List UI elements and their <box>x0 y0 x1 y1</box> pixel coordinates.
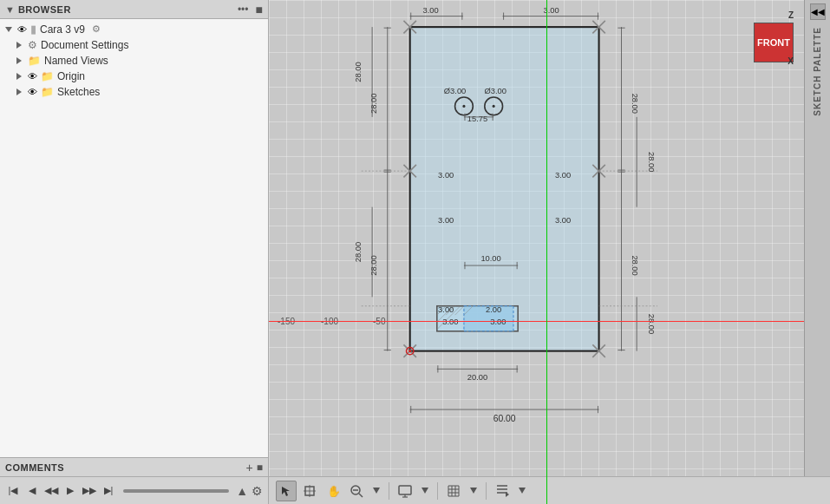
anim-bar: |◀ ◀ ◀◀ ▶ ▶▶ ▶| ▲ ⚙ <box>0 476 268 504</box>
sketches-label: Sketches <box>57 86 100 98</box>
svg-marker-114 <box>519 488 526 494</box>
expand-arrow-sketches[interactable] <box>14 87 24 97</box>
browser-collapse-icon[interactable]: ▼ <box>5 4 15 15</box>
tree-item-root[interactable]: 👁 ▮ Cara 3 v9 ⚙ <box>0 21 268 37</box>
anim-track-icon[interactable]: ▲ <box>236 484 248 498</box>
anim-play[interactable]: ▶ <box>62 483 78 499</box>
toolbar-sep-2 <box>437 482 438 500</box>
tool-display-dropdown[interactable] <box>418 481 432 501</box>
origin-line-horizontal <box>269 321 804 322</box>
tool-more-dropdown[interactable] <box>515 481 529 501</box>
x-axis-label: X <box>788 56 794 66</box>
expand-arrow-origin[interactable] <box>14 71 24 82</box>
settings-icon-root[interactable]: ⚙ <box>92 23 101 35</box>
settings-icon-anim[interactable]: ⚙ <box>252 484 263 498</box>
svg-rect-97 <box>399 486 411 494</box>
tree-item-named-views[interactable]: 📁 Named Views <box>0 53 268 69</box>
anim-next[interactable]: ▶▶ <box>82 483 97 499</box>
toolbar-sep-1 <box>389 482 389 500</box>
browser-menu-icon[interactable]: ••• <box>238 3 249 16</box>
browser-close-icon[interactable]: ■ <box>256 3 263 16</box>
svg-marker-96 <box>373 488 380 494</box>
expand-arrow-named[interactable] <box>14 56 24 66</box>
doc-settings-label: Document Settings <box>41 39 128 51</box>
svg-line-95 <box>359 494 363 497</box>
svg-marker-109 <box>470 488 477 494</box>
comments-label: COMMENTS <box>5 462 64 473</box>
comments-panel: COMMENTS + ■ <box>0 457 268 476</box>
anim-play-back[interactable]: ◀◀ <box>43 483 59 499</box>
folder-icon-sketches: 📁 <box>41 86 54 98</box>
tool-grid[interactable] <box>443 481 464 501</box>
folder-icon-root: ▮ <box>30 23 36 36</box>
browser-header-icons: ••• ■ <box>238 3 263 16</box>
svg-marker-100 <box>422 488 428 494</box>
tree-item-doc-settings[interactable]: ⚙ Document Settings <box>0 37 268 53</box>
browser-tree: 👁 ▮ Cara 3 v9 ⚙ ⚙ Document Settings 📁 Na… <box>0 19 268 457</box>
front-face-label: FRONT <box>757 37 790 48</box>
expand-arrow-doc[interactable] <box>14 40 24 50</box>
eye-icon-sketches[interactable]: 👁 <box>28 87 37 97</box>
eye-icon-origin[interactable]: 👁 <box>28 71 37 82</box>
comments-add-icon[interactable]: + <box>246 461 253 475</box>
browser-header: ▼ BROWSER ••• ■ <box>0 0 268 19</box>
tool-more[interactable] <box>492 481 513 501</box>
z-axis-label: Z <box>788 10 794 20</box>
tool-zoom-out[interactable] <box>346 481 367 501</box>
right-palette: ◀◀ SKETCH PALETTE <box>804 0 830 504</box>
eye-icon-root[interactable]: 👁 <box>17 24 27 35</box>
toolbar-sep-3 <box>486 482 487 500</box>
tool-display[interactable] <box>395 481 415 501</box>
folder-icon-origin: 📁 <box>41 70 54 82</box>
browser-panel: ▼ BROWSER ••• ■ 👁 ▮ Cara 3 v9 ⚙ <box>0 0 269 504</box>
svg-text:✋: ✋ <box>327 485 339 497</box>
tool-snap[interactable] <box>299 481 320 501</box>
browser-title: BROWSER <box>18 4 71 15</box>
root-item-label: Cara 3 v9 <box>40 23 85 36</box>
anim-next-end[interactable]: ▶| <box>101 483 116 499</box>
expand-arrow-root[interactable] <box>3 24 14 35</box>
canvas-grid <box>269 0 804 504</box>
origin-line-vertical <box>546 0 547 504</box>
main-area: ▼ BROWSER ••• ■ 👁 ▮ Cara 3 v9 ⚙ <box>0 0 830 504</box>
comments-menu-icon[interactable]: ■ <box>257 461 263 474</box>
named-views-label: Named Views <box>44 55 108 67</box>
canvas-toolbar: ✋ <box>269 476 830 504</box>
canvas-area[interactable]: -150 -100 -50 <box>269 0 830 504</box>
folder-icon-named: 📁 <box>28 55 41 67</box>
tree-item-origin[interactable]: 👁 📁 Origin <box>0 69 268 84</box>
app: ▼ BROWSER ••• ■ 👁 ▮ Cara 3 v9 ⚙ <box>0 0 830 504</box>
anim-prev-start[interactable]: |◀ <box>5 483 21 499</box>
origin-label: Origin <box>57 70 85 82</box>
anim-prev[interactable]: ◀ <box>24 483 40 499</box>
sketch-palette-label: SKETCH PALETTE <box>813 27 822 116</box>
axis-cube: Z FRONT X <box>742 12 794 64</box>
browser-header-left: ▼ BROWSER <box>5 4 71 15</box>
palette-collapse-arrow[interactable]: ◀◀ <box>810 3 826 20</box>
tool-select[interactable] <box>276 481 297 501</box>
tool-grid-dropdown[interactable] <box>467 481 480 501</box>
gear-icon-doc: ⚙ <box>28 39 37 51</box>
anim-slider[interactable] <box>123 489 229 493</box>
tool-pan[interactable]: ✋ <box>323 481 343 501</box>
tree-item-sketches[interactable]: 👁 📁 Sketches <box>0 84 268 100</box>
tool-zoom-dropdown[interactable] <box>369 481 383 501</box>
